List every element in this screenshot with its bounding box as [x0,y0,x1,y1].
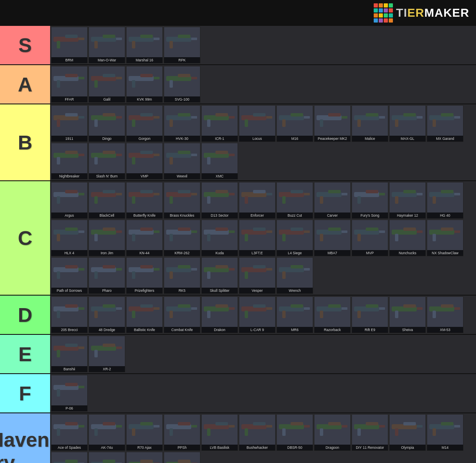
list-item[interactable]: Man-O-War [89,27,125,63]
list-item[interactable]: L-CAR 9 [239,296,276,333]
list-item[interactable]: Argus [51,182,88,219]
list-item[interactable]: BRM [51,27,88,63]
list-item[interactable]: Nightbreaker [51,143,88,180]
list-item[interactable]: VMP [126,143,163,180]
list-item[interactable]: M14 [427,414,463,451]
list-item[interactable]: XM-53 [427,296,463,333]
list-item[interactable]: Pharo [89,257,125,294]
list-item[interactable]: RK5 [164,257,200,294]
list-item[interactable]: RSA Interdiction [89,452,125,463]
svg-rect-277 [140,422,153,425]
list-item[interactable]: L4 Siege [276,220,313,256]
list-item[interactable]: Sheiva [389,296,426,333]
svg-rect-11 [154,38,160,40]
list-item[interactable]: Combat Knife [164,296,200,333]
svg-rect-207 [266,268,272,271]
list-item[interactable]: XR-2 [89,336,125,372]
svg-rect-227 [191,307,197,310]
svg-rect-146 [94,234,98,241]
list-item[interactable]: PPSh [164,414,200,451]
list-item[interactable]: Carver [314,182,351,219]
list-item[interactable]: RPK [164,27,200,63]
list-item[interactable]: M16 [276,105,313,142]
list-item[interactable]: Sten [126,452,163,463]
list-item[interactable]: MAX-GL [389,105,426,142]
svg-rect-73 [441,113,453,116]
weapon-name: MX Garand [427,136,463,142]
list-item[interactable]: R70 Ajax [126,414,163,451]
list-item[interactable]: HVK-30 [164,105,200,142]
list-item[interactable]: SVG-100 [164,66,200,103]
list-item[interactable]: Path of Sorrows [51,257,88,294]
list-item[interactable]: Banshii [51,336,88,372]
list-item[interactable]: Bushwhacker [239,414,276,451]
svg-rect-273 [103,422,115,425]
list-item[interactable]: Fury's Song [352,182,388,219]
list-item[interactable]: FFAR [51,66,88,103]
svg-rect-102 [94,196,98,204]
list-item[interactable]: LVB Basilisk [201,414,238,451]
list-item[interactable]: Nunchucks [389,220,426,256]
list-item[interactable]: DBSR-50 [276,414,313,451]
list-item[interactable]: Iron Jim [89,220,125,256]
list-item[interactable]: MVP [352,220,388,256]
list-item[interactable]: Drakon [201,296,238,333]
weapon-name: Galil [89,96,125,102]
svg-rect-198 [170,271,173,279]
list-item[interactable]: HLX 4 [51,220,88,256]
list-item[interactable]: AK-74u [89,414,125,451]
list-item[interactable]: Razorback [314,296,351,333]
list-item[interactable]: KRM-262 [164,220,200,256]
list-item[interactable]: P-06 [51,375,88,412]
list-item[interactable]: Enforcer [239,182,276,219]
list-item[interactable]: HG 40 [427,182,463,219]
list-item[interactable]: Ballistic Knife [126,296,163,333]
list-item[interactable]: KN-44 [126,220,163,256]
list-item[interactable]: MR6 [276,296,313,333]
list-item[interactable]: Kuda [201,220,238,256]
list-item[interactable]: KVK 99m [126,66,163,103]
list-item[interactable]: Buzz Cut [276,182,313,219]
list-item[interactable]: ICR-1 [201,105,238,142]
list-item[interactable]: Dragoon [314,414,351,451]
list-item[interactable]: 48 Dredge [89,296,125,333]
list-item[interactable]: Gorgon [126,105,163,142]
list-item[interactable]: Weevil [164,143,200,180]
list-item[interactable]: DIY 11 Renovator [352,414,388,451]
list-item[interactable]: Skull Splitter [201,257,238,294]
weapon-name: L4 Siege [277,250,313,256]
list-item[interactable]: BlackCell [89,182,125,219]
list-item[interactable]: Dingo [89,105,125,142]
svg-rect-86 [132,157,135,164]
list-item[interactable]: 1911 [51,105,88,142]
weapon-image [51,258,87,285]
list-item[interactable]: Marshal 16 [126,27,163,63]
list-item[interactable]: Raven's Eye [51,452,88,463]
list-item[interactable]: MX Garand [427,105,463,142]
list-item[interactable]: Brass Knuckles [164,182,200,219]
list-item[interactable]: Vesper [239,257,276,294]
list-item[interactable]: Peacekeeper MK2 [314,105,351,142]
list-item[interactable]: Olympia [389,414,426,451]
list-item[interactable]: 205 Brecci [51,296,88,333]
list-item[interactable]: Galil [89,66,125,103]
tier-row-e: E Banshii XR-2 [0,335,476,374]
svg-rect-150 [132,234,135,241]
list-item[interactable]: Slash N' Burn [89,143,125,180]
list-item[interactable]: L3FT.E [239,220,276,256]
list-item[interactable]: Rift E9 [352,296,388,333]
list-item[interactable]: Malice [352,105,388,142]
list-item[interactable]: NX ShadowClaw [427,220,463,256]
list-item[interactable]: Wrench [276,257,313,294]
weapon-name: Kuda [202,250,238,256]
list-item[interactable]: Ace of Spades [51,414,88,451]
list-item[interactable]: MBA7 [314,220,351,256]
list-item[interactable]: Haymaker 12 [389,182,426,219]
list-item[interactable]: XMC [201,143,238,180]
list-item[interactable]: Locus [239,105,276,142]
list-item[interactable]: Prizefighters [126,257,163,294]
list-item[interactable]: Butterfly Knife [126,182,163,219]
list-item[interactable]: XPR-50 [164,452,200,463]
list-item[interactable]: D13 Sector [201,182,238,219]
weapon-name: MBA7 [314,250,350,256]
